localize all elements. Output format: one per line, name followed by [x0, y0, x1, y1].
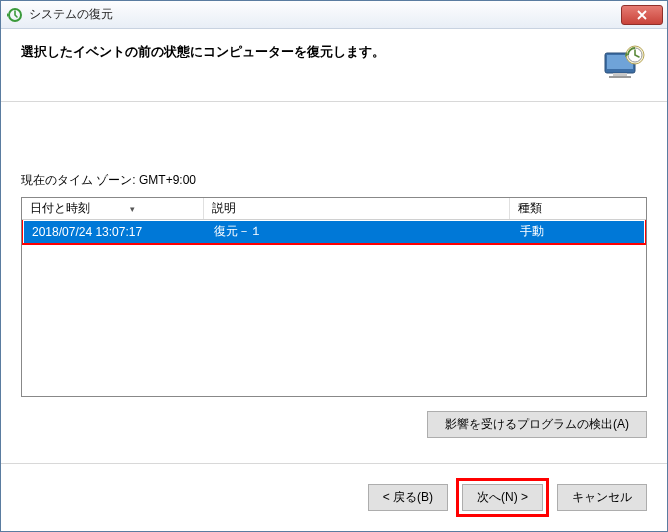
- cancel-button[interactable]: キャンセル: [557, 484, 647, 511]
- close-button[interactable]: [621, 5, 663, 25]
- header: 選択したイベントの前の状態にコンピューターを復元します。: [1, 29, 667, 102]
- table-header: 日付と時刻 ▾ 説明 種類: [22, 198, 646, 220]
- table-row[interactable]: 2018/07/24 13:07:17 復元－１ 手動: [24, 221, 644, 243]
- restore-monitor-icon: [599, 43, 647, 83]
- cell-description: 復元－１: [206, 220, 512, 243]
- svg-rect-4: [609, 76, 631, 78]
- timezone-label: 現在のタイム ゾーン: GMT+9:00: [21, 172, 647, 189]
- scan-affected-programs-button[interactable]: 影響を受けるプログラムの検出(A): [427, 411, 647, 438]
- system-restore-icon: [7, 7, 23, 23]
- table-body: 2018/07/24 13:07:17 復元－１ 手動: [22, 220, 646, 396]
- table-actions: 影響を受けるプログラムの検出(A): [21, 411, 647, 438]
- svg-rect-3: [613, 73, 627, 76]
- page-heading: 選択したイベントの前の状態にコンピューターを復元します。: [21, 43, 599, 61]
- column-header-description[interactable]: 説明: [204, 198, 510, 219]
- column-header-date[interactable]: 日付と時刻 ▾: [22, 198, 204, 219]
- titlebar: システムの復元: [1, 1, 667, 29]
- selected-row-highlight: 2018/07/24 13:07:17 復元－１ 手動: [22, 220, 646, 245]
- content-area: 現在のタイム ゾーン: GMT+9:00 日付と時刻 ▾ 説明 種類 2018/…: [1, 102, 667, 463]
- sort-descending-icon: ▾: [130, 204, 135, 214]
- column-header-date-label: 日付と時刻: [30, 200, 90, 217]
- cell-type: 手動: [512, 220, 644, 243]
- window-title: システムの復元: [29, 6, 621, 23]
- next-button-highlight: 次へ(N) >: [456, 478, 549, 517]
- column-header-type-label: 種類: [518, 200, 542, 217]
- column-header-type[interactable]: 種類: [510, 198, 646, 219]
- cell-date: 2018/07/24 13:07:17: [24, 222, 206, 242]
- back-button[interactable]: < 戻る(B): [368, 484, 448, 511]
- wizard-footer: < 戻る(B) 次へ(N) > キャンセル: [1, 463, 667, 531]
- restore-points-table: 日付と時刻 ▾ 説明 種類 2018/07/24 13:07:17 復元－１ 手…: [21, 197, 647, 397]
- system-restore-window: システムの復元 選択したイベントの前の状態にコンピューターを復元します。 現在の: [0, 0, 668, 532]
- column-header-desc-label: 説明: [212, 200, 236, 217]
- next-button[interactable]: 次へ(N) >: [462, 484, 543, 511]
